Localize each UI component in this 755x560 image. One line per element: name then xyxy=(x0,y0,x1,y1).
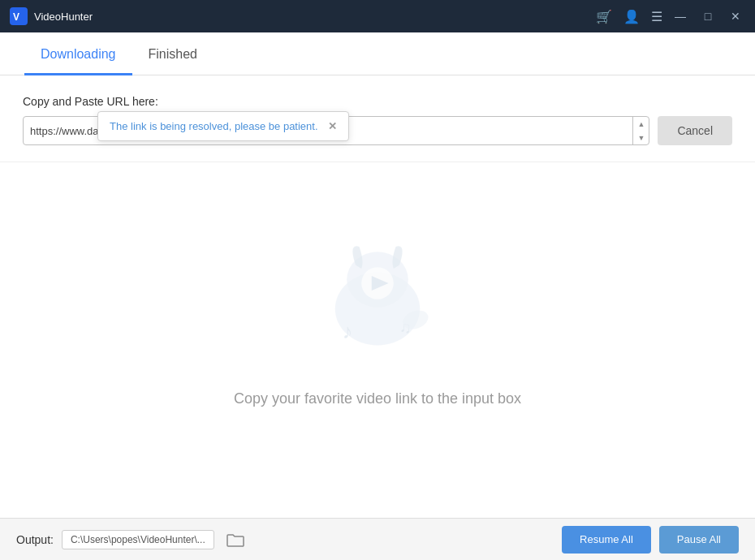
tab-downloading[interactable]: Downloading xyxy=(24,32,132,75)
cart-icon[interactable]: 🛒 xyxy=(596,9,612,24)
empty-state: ♪ ♫ Copy your favorite video link to the… xyxy=(0,162,755,518)
minimize-button[interactable]: — xyxy=(671,6,690,26)
output-path: C:\Users\popes\VideoHunter\... xyxy=(62,530,214,549)
svg-text:♪: ♪ xyxy=(343,319,353,342)
tooltip-popup: The link is being resolved, please be pa… xyxy=(97,111,349,141)
pause-all-button[interactable]: Pause All xyxy=(659,526,739,554)
user-icon[interactable]: 👤 xyxy=(623,9,640,24)
folder-icon xyxy=(226,532,244,547)
tooltip-message: The link is being resolved, please be pa… xyxy=(110,120,318,132)
spinner-up[interactable]: ▲ xyxy=(633,117,649,131)
tooltip-close-icon[interactable]: ✕ xyxy=(328,120,337,132)
empty-state-icon: ♪ ♫ xyxy=(304,225,451,371)
app-title: VideoHunter xyxy=(34,11,596,23)
close-button[interactable]: ✕ xyxy=(726,6,745,26)
cancel-button[interactable]: Cancel xyxy=(658,116,732,145)
tab-finished[interactable]: Finished xyxy=(132,32,214,75)
footer-bar: Output: C:\Users\popes\VideoHunter\... R… xyxy=(0,518,755,560)
resume-all-button[interactable]: Resume All xyxy=(562,526,651,554)
empty-state-text: Copy your favorite video link to the inp… xyxy=(234,390,521,407)
menu-icon[interactable]: ☰ xyxy=(651,9,662,24)
svg-text:V: V xyxy=(13,11,19,23)
app-logo: V xyxy=(10,7,28,25)
spinner-down[interactable]: ▼ xyxy=(633,131,649,144)
output-label: Output: xyxy=(16,533,54,546)
open-folder-button[interactable] xyxy=(222,527,248,553)
url-section: Copy and Paste URL here: ▲ ▼ Cancel The … xyxy=(0,75,755,162)
tabs-bar: Downloading Finished xyxy=(0,32,755,75)
main-content: Downloading Finished Copy and Paste URL … xyxy=(0,32,755,560)
title-bar: V VideoHunter 🛒 👤 ☰ — □ ✕ xyxy=(0,0,755,32)
url-spinner: ▲ ▼ xyxy=(632,117,649,144)
window-controls: — □ ✕ xyxy=(671,6,745,26)
maximize-button[interactable]: □ xyxy=(698,6,718,26)
content-area: Copy and Paste URL here: ▲ ▼ Cancel The … xyxy=(0,75,755,518)
title-bar-actions: 🛒 👤 ☰ xyxy=(596,9,662,24)
url-label: Copy and Paste URL here: xyxy=(23,95,732,108)
